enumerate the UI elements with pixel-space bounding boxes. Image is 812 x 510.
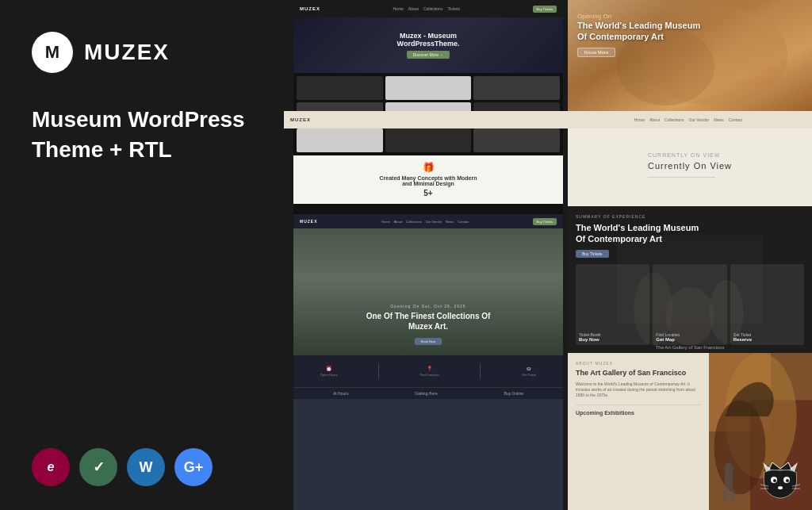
mock-cta-btn[interactable]: Buy Tickets — [533, 6, 557, 13]
badge-checkmark: ✓ — [79, 448, 117, 486]
statue-silhouette — [717, 462, 741, 502]
open-hours-label: Open Hours — [320, 373, 338, 377]
badge-row: e ✓ W G+ — [32, 432, 262, 486]
tagline-line1: Museum WordPress — [32, 107, 245, 132]
svg-rect-15 — [723, 489, 727, 502]
footer-open-hours: ⏰ Open Hours — [320, 366, 338, 377]
gallery-nav-about: About — [394, 220, 402, 224]
right-panel: MUZEX Home About Collections Tickets Buy… — [293, 0, 812, 510]
currently-content: Currently On View Currently On View — [648, 152, 732, 178]
museum-header-mock: MUZEX Home About Collections Our Vendor … — [568, 111, 812, 128]
nav-collections: Collections — [423, 6, 442, 11]
mock-hero-cta[interactable]: Discover More → — [407, 51, 450, 59]
location-label: Find Location — [420, 373, 439, 377]
bottom-right-section: About Muzex The Art Gallery of San Franc… — [568, 353, 812, 510]
footer-find-location: 📍 Find Location — [420, 366, 439, 377]
museum-card-2: Find Location Get Map — [653, 264, 726, 345]
mock-gallery-header: MUZEX Home About Collections Our Vendor … — [293, 214, 563, 228]
art-know-more-btn[interactable]: Know More — [577, 48, 615, 57]
museum-content: Summary of Experience The World's Leadin… — [568, 206, 812, 353]
svg-rect-14 — [725, 474, 733, 489]
gallery-nav-contact: Contact — [458, 220, 469, 224]
nav-about: About — [408, 6, 419, 11]
screenshot-top: MUZEX Home About Collections Tickets Buy… — [293, 0, 563, 214]
currently-title: Currently On View — [648, 161, 732, 171]
gallery-title: One Of The Finest Collections OfMuzex Ar… — [366, 311, 491, 332]
museum-main-title: The World's Leading MuseumOf Contemporar… — [576, 222, 804, 245]
right-top-content: Opening On The World's Leading Museum Of… — [568, 0, 812, 111]
art-overlay-text: Opening On The World's Leading Museum Of… — [577, 10, 700, 57]
mock-hero: Muzex - MuseumWordPressTheme. Discover M… — [293, 17, 563, 73]
elementor-icon: e — [48, 460, 55, 474]
card1-val: Buy Now — [579, 337, 646, 342]
bottom-upcoming: Upcoming Exhibitions — [576, 405, 701, 416]
art-subtitle: Of Contemporary Art — [577, 31, 700, 42]
tagline: Museum WordPress Theme + RTL — [32, 105, 262, 165]
right-column: Opening On The World's Leading Museum Of… — [568, 0, 812, 510]
grid-item-8 — [385, 128, 472, 152]
fox-watermark — [756, 454, 804, 502]
gallery-nav-home: Home — [381, 220, 390, 224]
translate-icon: G+ — [184, 459, 204, 476]
divider-1 — [378, 363, 379, 379]
logo-text: MUZEX — [84, 40, 170, 65]
divider-2 — [480, 363, 481, 379]
ticket-icon: 🎟 — [522, 366, 536, 371]
mock-gallery-scene: Opening On Sat, Oct 26, 2025 One Of The … — [293, 228, 563, 355]
badge-translate: G+ — [174, 448, 213, 486]
concept-count: 5+ — [423, 189, 432, 197]
museum-small-label: Summary of Experience — [576, 214, 804, 219]
mock-gallery-footer: ⏰ Open Hours 📍 Find Location 🎟 Get Ticke… — [293, 355, 563, 387]
tagline-heading: Museum WordPress Theme + RTL — [32, 105, 262, 165]
logo-area: M MUZEX — [32, 32, 262, 73]
mock-gallery-nav: Home About Collections Our Vendor News C… — [381, 220, 469, 224]
svg-point-20 — [773, 479, 776, 482]
card2-val: Get Map — [656, 337, 723, 342]
museum-gallery-label: The Art Gallery of San Francisco — [568, 345, 812, 350]
art-background: Opening On The World's Leading Museum Of… — [568, 0, 812, 111]
mock-gallery-text: Opening On Sat, Oct 26, 2025 One Of The … — [366, 304, 491, 346]
museum-header-nav: Home About Collections Our Vendor News C… — [634, 117, 742, 122]
mh-news: News — [714, 117, 724, 122]
open-hours-icon: ⏰ — [320, 366, 338, 371]
gallery-nav-collections: Collections — [406, 220, 422, 224]
fox-king-svg — [756, 454, 804, 502]
mock-concept: 🎁 Created Many Concepts with Modernand M… — [293, 155, 563, 204]
mh-home: Home — [634, 117, 645, 122]
museum-cards: Ticket Booth Buy Now Find Location Get M… — [576, 264, 804, 345]
link-at-hours: At Hours — [333, 391, 348, 396]
mock-nav: Home About Collections Tickets — [393, 6, 461, 11]
bottom-text-col: About Muzex The Art Gallery of San Franc… — [568, 353, 709, 510]
bottom-label: About Muzex — [576, 361, 701, 366]
gallery-nav-our-vendor: Our Vendor — [426, 220, 442, 224]
logo-circle: M — [32, 32, 73, 73]
link-buy-online: Buy Online — [504, 391, 523, 396]
gallery-nav-news: News — [446, 220, 454, 224]
svg-point-22 — [778, 486, 783, 489]
footer-get-ticket: 🎟 Get Ticket — [522, 366, 536, 377]
mh-our-vendor: Our Vendor — [689, 117, 710, 122]
badge-elementor: e — [32, 448, 70, 486]
concept-text: Created Many Concepts with Modernand Min… — [380, 175, 477, 186]
museum-card-3: Get Ticket Reserve — [730, 264, 804, 345]
art-opening-label: Opening On — [577, 13, 700, 20]
concept-icon: 🎁 — [423, 162, 435, 173]
mock-hero-title: Muzex - MuseumWordPressTheme. — [397, 32, 460, 48]
gallery-opening-label: Opening On Sat, Oct 26, 2025 — [366, 304, 491, 309]
tagline-line2: Theme + RTL — [32, 137, 172, 162]
grid-item-2 — [385, 76, 472, 100]
mh-about: About — [649, 117, 660, 122]
museum-cta-btn[interactable]: Buy Tickets — [576, 250, 609, 258]
check-icon: ✓ — [93, 458, 105, 476]
svg-rect-16 — [730, 489, 734, 502]
location-icon: 📍 — [420, 366, 439, 371]
mock-bottom-links: At Hours Getting Here Buy Online — [293, 387, 563, 399]
gallery-cta[interactable]: Book Now — [415, 338, 442, 345]
svg-marker-17 — [768, 462, 792, 470]
gallery-buy-tickets-btn[interactable]: Buy Tickets — [533, 218, 557, 225]
grid-item-3 — [473, 76, 560, 100]
center-column: MUZEX Home About Collections Tickets Buy… — [293, 0, 563, 510]
grid-item-7 — [297, 128, 383, 152]
screenshot-bottom: MUZEX Home About Collections Our Vendor … — [293, 214, 563, 510]
mh-collections: Collections — [665, 117, 684, 122]
